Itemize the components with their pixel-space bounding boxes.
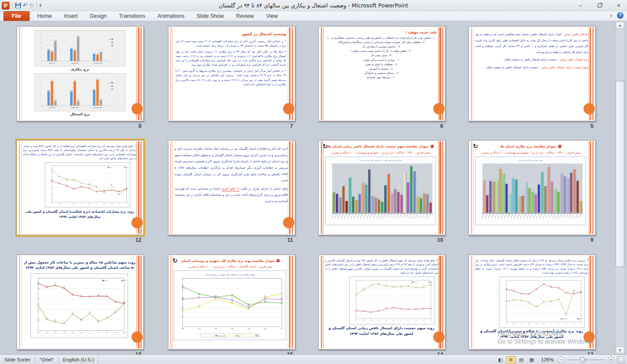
svg-text:۳۴/۸: ۳۴/۸ bbox=[51, 194, 54, 196]
svg-text:۱۳۹۳: ۱۳۹۳ bbox=[114, 332, 117, 334]
tab-transitions[interactable]: Transitions bbox=[113, 12, 152, 21]
slide-sorter-canvas[interactable]: ۰۵۱۰۱۵۲۰۲۵۳۰کل کشور۱۲/۲۱۰/۴۲۱/۸نقاط شهری… bbox=[0, 21, 615, 354]
tab-slideshow[interactable]: Slide Show bbox=[191, 12, 230, 21]
zoom-slider-thumb[interactable] bbox=[580, 357, 584, 362]
slide-thumbnail-14[interactable]: نتایج طرح نشان می‌دهد که سهم اشتغال ناقص… bbox=[318, 254, 445, 350]
customize-quick-access-icon[interactable]: ▾ bbox=[40, 4, 41, 7]
svg-text:۱۱/۵: ۱۱/۵ bbox=[74, 49, 76, 50]
svg-text:۷/۶: ۷/۶ bbox=[182, 308, 184, 310]
svg-text:۴۷/۸: ۴۷/۸ bbox=[63, 286, 66, 287]
normal-view-button[interactable]: ◧ bbox=[496, 356, 505, 364]
svg-text:۴۸/۱: ۴۸/۱ bbox=[46, 285, 48, 286]
svg-text:۱۳۹۰: ۱۳۹۰ bbox=[400, 320, 402, 321]
definition-text: جمعیت دارای اشتغال ناقص به جمعیت فعال bbox=[486, 66, 539, 69]
svg-text:۱۶/۴: ۱۶/۴ bbox=[393, 285, 394, 287]
zoom-out-button[interactable]: − bbox=[558, 357, 564, 363]
tab-design[interactable]: Design bbox=[84, 12, 113, 21]
highlighted-term: ۱۶ قلم آماری bbox=[222, 187, 239, 191]
slide-title: علت غیبت موقت : bbox=[325, 30, 437, 34]
svg-text:۱۳۸۵: ۱۳۸۵ bbox=[197, 328, 200, 330]
svg-text:۱۳۹۴: ۱۳۹۴ bbox=[580, 323, 583, 324]
svg-text:۱۳۸۵: ۱۳۸۵ bbox=[512, 323, 515, 324]
slide-title: روند سهم شاغلین ۱۵ ساله و بیش‌تر با ساعا… bbox=[23, 260, 135, 271]
slide-thumbnail-6[interactable]: علت غیبت موقت : ۱ - فصلی بودن کار (برای … bbox=[318, 26, 445, 121]
svg-text:۵: ۵ bbox=[182, 326, 182, 327]
help-icon[interactable]: ? bbox=[617, 12, 624, 19]
bullet-text: بررسی نرخ بیکاری نشان می‌دهد که ۱۱/۸ درص… bbox=[475, 259, 588, 274]
svg-text:۱۷/۶: ۱۷/۶ bbox=[378, 282, 379, 284]
slide-thumbnail-7[interactable]: وضعیت اشتغال در کشور بر اساس آمار رسمی، … bbox=[168, 26, 295, 121]
scroll-down-button[interactable]: ▼ bbox=[616, 347, 624, 354]
minimize-ribbon-icon[interactable]: ∧ bbox=[610, 13, 613, 18]
reading-view-button[interactable]: ▤ bbox=[517, 356, 526, 364]
svg-text:۱۳۹۱: ۱۳۹۱ bbox=[407, 320, 410, 321]
divider bbox=[12, 3, 13, 9]
svg-text:۱۳۸۷: ۱۳۸۷ bbox=[378, 320, 380, 321]
zoom-in-button[interactable]: + bbox=[608, 357, 614, 363]
tab-review[interactable]: Review bbox=[230, 12, 260, 21]
slide-thumbnail-5[interactable]: اشتغال ناقص زمانی : افراد دارای اشتغال ن… bbox=[469, 26, 596, 121]
tab-home[interactable]: Home bbox=[31, 12, 58, 21]
redo-icon[interactable]: ↻ bbox=[29, 2, 34, 9]
svg-text:۱۳۸۸: ۱۳۸۸ bbox=[535, 323, 538, 324]
term-label: سهم جمعیت دارای اشتغال ناقص زمانی : bbox=[539, 66, 588, 69]
svg-text:۳۰: ۳۰ bbox=[40, 33, 41, 34]
svg-text:۱۵: ۱۵ bbox=[482, 171, 484, 173]
quick-access-toolbar: P ↶ ↻ ▾ bbox=[0, 2, 41, 10]
powerpoint-app-icon[interactable]: P bbox=[2, 2, 10, 10]
svg-text:۴۰/۸: ۴۰/۸ bbox=[37, 309, 40, 311]
tab-insert[interactable]: Insert bbox=[58, 12, 84, 21]
zoom-level-label[interactable]: 125% bbox=[541, 357, 554, 362]
svg-text:۹/۶: ۹/۶ bbox=[264, 297, 266, 298]
theme-status-button[interactable]: "Oriel" bbox=[35, 355, 58, 364]
svg-text:۴۰/۲: ۴۰/۲ bbox=[51, 173, 54, 174]
slide-thumbnail-13[interactable]: بررسی نرخ بیکاری نشان می‌دهد که ۱۱/۸ درص… bbox=[469, 254, 596, 350]
svg-text:۹/۵: ۹/۵ bbox=[281, 297, 283, 299]
undo-icon[interactable]: ↶ bbox=[23, 2, 27, 9]
svg-text:۱۳۹۴: ۱۳۹۴ bbox=[125, 203, 128, 204]
slideshow-view-button[interactable]: ▦ bbox=[527, 356, 536, 364]
svg-text:۱۳۹۲: ۱۳۹۲ bbox=[111, 203, 113, 204]
restore-button[interactable] bbox=[594, 0, 605, 11]
fit-to-window-button[interactable] bbox=[617, 356, 625, 363]
list-item: ۹ - مسائل شخصی و خانوادگی bbox=[325, 71, 437, 75]
tab-view[interactable]: View bbox=[260, 12, 284, 21]
slide-thumbnail-8[interactable]: ۰۵۱۰۱۵۲۰۲۵۳۰کل کشور۱۲/۲۱۰/۴۲۱/۸نقاط شهری… bbox=[17, 26, 144, 121]
svg-text:۳۶/۶: ۳۶/۶ bbox=[51, 187, 54, 188]
svg-text:۱۱: ۱۱ bbox=[566, 291, 566, 292]
unemployment-rate-chart: ۰۵۱۰۱۵۲۰۲۵۳۰کل کشور۱۲/۲۱۰/۴۲۱/۸نقاط شهری… bbox=[34, 30, 126, 67]
slide-thumbnail-11[interactable]: اداره کل آمار و اطلاعات استان گلستان نیز… bbox=[168, 140, 295, 235]
scrollbar-thumb[interactable] bbox=[616, 81, 624, 267]
svg-text:استان گلستان: استان گلستان bbox=[124, 167, 129, 168]
language-status-button[interactable]: English (U.S.) bbox=[59, 355, 99, 364]
slide-thumbnail-10[interactable]: ↺ نمودار مقایسه سهم جمعیت دارای اشتغال ن… bbox=[318, 140, 445, 235]
tab-animations[interactable]: Animations bbox=[152, 12, 191, 21]
minimize-button[interactable]: – bbox=[575, 0, 586, 11]
slide-thumbnail-9[interactable]: ↺ نمودار مقایسه نرخ بیکاری استان ها پیش … bbox=[469, 140, 596, 235]
slide-number: 5 bbox=[590, 123, 593, 129]
scroll-up-button[interactable]: ▲ bbox=[616, 22, 624, 29]
svg-text:۳۹/۶: ۳۹/۶ bbox=[89, 311, 91, 313]
close-button[interactable]: × bbox=[613, 0, 624, 11]
slide-thumbnail-12-selected[interactable]: نتایج طرح نشان می‌دهد که نرخ مشارکت اقتص… bbox=[17, 140, 144, 235]
svg-text:۱۶/۴: ۱۶/۴ bbox=[422, 285, 424, 287]
svg-text:کل کشور: کل کشور bbox=[48, 107, 55, 108]
svg-text:۳۴/۴: ۳۴/۴ bbox=[70, 90, 73, 91]
vertical-scrollbar[interactable]: ▲ ▼ bbox=[615, 21, 624, 354]
svg-text:۱۳۸۸: ۱۳۸۸ bbox=[247, 328, 250, 330]
slide-thumbnail-15[interactable]: ↺ نمودار مقایسه روند نرخ بیکاری کل، شهری… bbox=[168, 254, 295, 350]
svg-text:۱۳۸۹: ۱۳۸۹ bbox=[263, 328, 266, 330]
svg-text:۱۱: ۱۱ bbox=[581, 291, 582, 292]
status-bar: Slide Sorter "Oriel" English (U.S.) ◧ ⊞ … bbox=[0, 354, 627, 364]
slide-sorter-view-button[interactable]: ⊞ bbox=[506, 356, 516, 364]
working-hours-line-chart: ۳۴۳۷/۴۴۰/۸۴۴/۲۴۷/۶۵۱۱۳۸۴۱۳۸۵۱۳۸۶۱۳۸۷۱۳۸۸… bbox=[30, 274, 128, 338]
chart-caption: نرخ اشتغال bbox=[27, 112, 134, 116]
zoom-slider[interactable] bbox=[567, 357, 605, 363]
slide-thumbnail-16[interactable]: روند سهم شاغلین ۱۵ ساله و بیش‌تر با ساعا… bbox=[17, 254, 144, 350]
svg-text:۹/۱: ۹/۱ bbox=[264, 300, 266, 301]
slide-number: 12 bbox=[135, 237, 142, 243]
svg-text:نقاط شهری: نقاط شهری bbox=[71, 107, 79, 108]
svg-text:۵۸/۷: ۵۸/۷ bbox=[74, 80, 76, 81]
save-icon[interactable] bbox=[15, 3, 21, 8]
tab-file[interactable]: File bbox=[3, 11, 30, 21]
